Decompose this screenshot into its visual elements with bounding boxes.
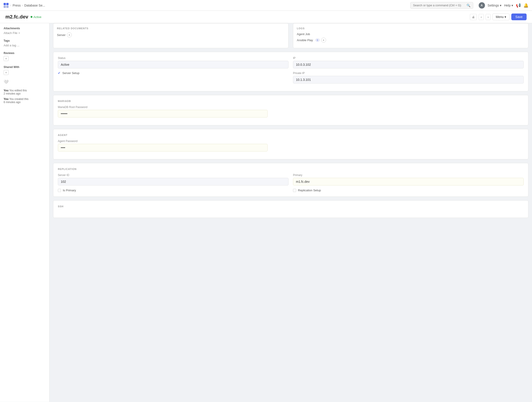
sidebar: Attachments Attach File + Tags Add a tag… <box>0 23 50 402</box>
agent-card: AGENT Agent Password <box>53 129 528 159</box>
title-area: m2.fc.dev Active <box>5 14 41 20</box>
mariadb-password-label: MariaDB Root Password <box>58 106 524 109</box>
logs-card: Logs Agent Job Ansible Play 1 + <box>293 23 528 48</box>
status-dot-icon <box>31 16 32 18</box>
print-button[interactable]: 🖨 <box>470 14 477 20</box>
sidebar-shared-with: Shared With + <box>4 65 46 75</box>
edit-meta: You You edited this 2 minutes ago <box>4 89 46 95</box>
agent-password-label: Agent Password <box>58 140 524 143</box>
plus-icon: + <box>18 31 20 35</box>
avatar[interactable]: A <box>479 2 485 9</box>
replication-setup-row: Replication Setup <box>293 189 524 192</box>
save-button[interactable]: Save <box>511 13 527 20</box>
breadcrumb-database[interactable]: Database Se... <box>24 4 45 7</box>
private-ip-field: Private IP 10.1.3.101 <box>293 72 524 83</box>
reviews-label: Reviews <box>4 51 46 55</box>
shared-with-label: Shared With <box>4 65 46 69</box>
ansible-play-badge: 1 <box>315 38 320 42</box>
status-badge: Active <box>31 15 41 19</box>
chevron-down-icon: ▾ <box>500 4 501 7</box>
related-logs-row: Related Documents Server + Logs Agent Jo… <box>53 23 528 48</box>
status-ip-card: Status Active ✔ Server Setup IP 10.0.3.1… <box>53 52 528 91</box>
server-item: Server + <box>57 32 285 37</box>
top-navigation: › Press › Database Se... 🔍 A Settings ▾ … <box>0 0 532 11</box>
status-field-label: Status <box>58 57 289 60</box>
mariadb-section-label: MARIADB <box>58 100 524 102</box>
app-logo[interactable] <box>4 3 9 8</box>
agent-job-item: Agent Job <box>297 32 525 36</box>
server-id-label: Server ID <box>58 173 289 177</box>
settings-button[interactable]: Settings ▾ <box>488 4 502 7</box>
page-header: m2.fc.dev Active 🖨 ‹ › Menu ▾ Save <box>0 11 532 23</box>
help-button[interactable]: Help ▾ <box>504 4 513 7</box>
breadcrumb-press[interactable]: Press <box>13 4 21 7</box>
mariadb-card: MARIADB MariaDB Root Password <box>53 95 528 125</box>
replication-left: Server ID Is Primary <box>58 173 289 192</box>
search-bar[interactable]: 🔍 <box>410 2 473 9</box>
sidebar-reviews: Reviews + <box>4 51 46 61</box>
breadcrumb: › Press › Database Se... <box>10 4 45 7</box>
server-setup-row: ✔ Server Setup <box>58 71 289 75</box>
replication-section-label: REPLICATION <box>58 168 524 170</box>
page-title: m2.fc.dev <box>5 14 28 20</box>
heart-icon[interactable]: 🤍 <box>4 79 46 84</box>
primary-input[interactable] <box>293 178 524 185</box>
server-id-field: Server ID <box>58 173 289 185</box>
chevron-right-icon: › <box>10 4 11 7</box>
replication-card: REPLICATION Server ID Is Primary Primary <box>53 163 528 197</box>
primary-label: Primary <box>293 173 524 177</box>
attach-file-button[interactable]: Attach File + <box>4 31 46 35</box>
replication-setup-checkbox[interactable] <box>293 189 296 192</box>
ip-value: 10.0.3.102 <box>293 61 524 68</box>
nav-right-area: A Settings ▾ Help ▾ 📢 🔔 <box>479 2 528 9</box>
add-tag-button[interactable]: Add a tag ... <box>4 44 46 47</box>
agent-password-input[interactable] <box>58 144 268 152</box>
chevron-down-icon-menu: ▾ <box>505 15 506 19</box>
private-ip-label: Private IP <box>293 72 524 75</box>
status-col: Status Active ✔ Server Setup <box>58 57 289 87</box>
next-button[interactable]: › <box>486 14 491 20</box>
chevron-down-icon-2: ▾ <box>512 4 513 7</box>
server-id-input[interactable] <box>58 178 289 185</box>
status-field-value: Active <box>58 61 289 68</box>
ansible-play-item: Ansible Play 1 + <box>297 38 525 43</box>
sidebar-attachments: Attachments Attach File + <box>4 27 46 35</box>
is-primary-checkbox[interactable] <box>58 189 61 192</box>
add-server-button[interactable]: + <box>67 32 72 37</box>
logo-grid-icon <box>4 3 9 8</box>
logs-label: Logs <box>297 27 525 30</box>
ip-field: IP 10.0.3.102 <box>293 57 524 68</box>
is-primary-label: Is Primary <box>63 189 76 192</box>
ssh-card: SSH <box>53 200 528 218</box>
search-icon: 🔍 <box>467 4 470 7</box>
mariadb-password-input[interactable] <box>58 110 268 117</box>
megaphone-icon[interactable]: 📢 <box>516 3 521 8</box>
is-primary-row: Is Primary <box>58 189 289 192</box>
add-shared-button[interactable]: + <box>4 70 9 75</box>
main-content: Related Documents Server + Logs Agent Jo… <box>50 23 532 402</box>
search-input[interactable] <box>413 4 465 7</box>
chevron-right-icon-2: › <box>22 4 23 7</box>
created-by: You <box>4 97 9 101</box>
page-actions: 🖨 ‹ › Menu ▾ Save <box>470 13 527 20</box>
replication-right: Primary Replication Setup <box>293 173 524 192</box>
checkmark-icon: ✔ <box>58 71 61 75</box>
replication-setup-label: Replication Setup <box>298 189 321 192</box>
menu-button[interactable]: Menu ▾ <box>492 13 509 20</box>
add-ansible-button[interactable]: + <box>321 38 326 43</box>
create-meta: You You created this 6 minutes ago <box>4 97 46 104</box>
prev-button[interactable]: ‹ <box>479 14 484 20</box>
replication-grid: Server ID Is Primary Primary <box>58 173 524 192</box>
agent-password-field: Agent Password <box>58 140 524 152</box>
ssh-section-label: SSH <box>58 205 524 208</box>
status-text: Active <box>33 15 41 19</box>
related-documents-card: Related Documents Server + <box>53 23 289 48</box>
tags-label: Tags <box>4 39 46 42</box>
server-setup-label: Server Setup <box>62 71 79 75</box>
bell-icon[interactable]: 🔔 <box>523 3 528 8</box>
related-documents-label: Related Documents <box>57 27 285 30</box>
add-review-button[interactable]: + <box>4 56 9 61</box>
agent-section-label: AGENT <box>58 134 524 136</box>
private-ip-value: 10.1.3.101 <box>293 76 524 83</box>
ip-label: IP <box>293 57 524 60</box>
